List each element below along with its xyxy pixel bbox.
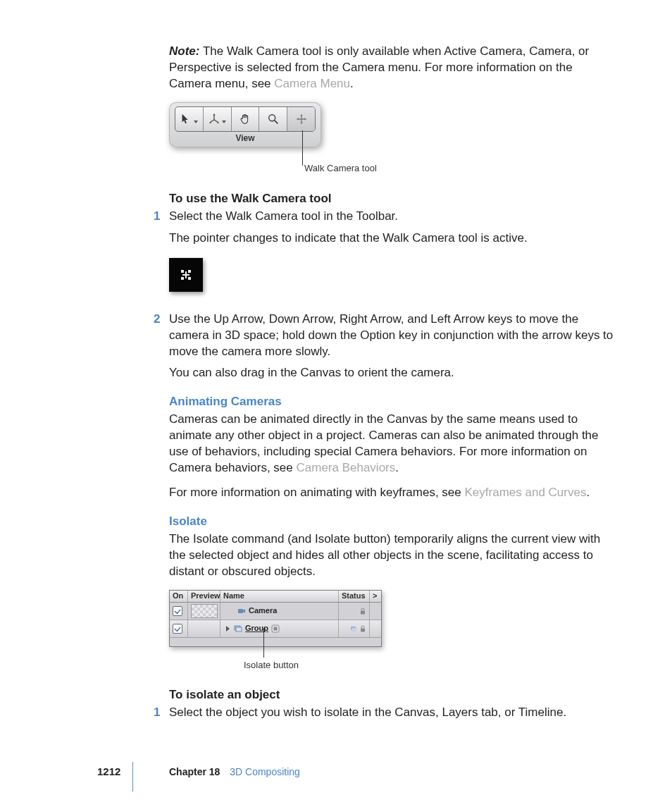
isolate-p1: The Isolate command (and Isolate button)… — [169, 531, 617, 580]
walk-camera-icon — [295, 113, 308, 125]
isolate-button-callout: Isolate button — [244, 659, 299, 672]
axis-tool-button[interactable] — [204, 107, 232, 131]
col-name: Name — [220, 591, 339, 602]
keyframes-curves-link[interactable]: Keyframes and Curves — [465, 486, 587, 499]
table-row[interactable]: Camera — [170, 603, 381, 620]
layers-header: On Preview Name Status > — [170, 591, 381, 603]
step-2-text: Use the Up Arrow, Down Arrow, Right Arro… — [169, 312, 613, 358]
chapter-title: 3D Compositing — [230, 766, 300, 777]
note-text: The Walk Camera tool is only available w… — [169, 44, 589, 90]
svg-rect-8 — [238, 609, 243, 613]
table-row[interactable]: Group — [170, 620, 381, 638]
toolbar-panel: View — [169, 102, 321, 147]
select-tool-button[interactable] — [175, 107, 204, 131]
step-number: 1 — [154, 209, 160, 225]
chapter-label: Chapter 18 3D Compositing — [169, 765, 300, 779]
toolbar-view-label: View — [169, 133, 321, 144]
row-group-name: Group — [245, 623, 268, 634]
svg-rect-7 — [182, 274, 189, 276]
arrow-cursor-icon — [180, 113, 192, 125]
layers-panel: On Preview Name Status > Camera — [169, 590, 382, 647]
footer-rule — [132, 762, 133, 791]
lock-icon[interactable] — [359, 608, 366, 615]
chevron-down-icon — [222, 121, 226, 123]
callout-line — [263, 628, 264, 658]
note-label: Note: — [169, 44, 199, 58]
walk-camera-callout: Walk Camera tool — [304, 162, 377, 175]
svg-rect-3 — [188, 270, 191, 273]
svg-rect-9 — [361, 610, 365, 614]
walk-camera-cursor-figure — [169, 258, 203, 292]
zoom-tool-button[interactable] — [259, 107, 287, 131]
lock-icon[interactable] — [359, 625, 366, 632]
isolate-step-1-text: Select the object you wish to isolate in… — [169, 706, 566, 719]
animating-p1: Cameras can be animated directly in the … — [169, 412, 617, 476]
chevron-down-icon — [194, 121, 198, 123]
svg-point-0 — [268, 115, 275, 121]
step-number: 1 — [154, 705, 160, 721]
svg-rect-4 — [181, 277, 184, 280]
svg-rect-13 — [274, 627, 278, 630]
walk-camera-tool-button[interactable] — [287, 107, 315, 131]
step-2-sub: You can also drag in the Canvas to orien… — [169, 365, 617, 381]
toolbar-figure: View Walk Camera tool — [169, 102, 617, 180]
isolate-step-1: 1 Select the object you wish to isolate … — [169, 705, 617, 721]
step-1: 1 Select the Walk Camera tool in the Too… — [169, 209, 617, 225]
page: Note: The Walk Camera tool is only avail… — [0, 0, 672, 807]
walk-cursor-icon — [178, 267, 194, 283]
col-preview: Preview — [188, 591, 220, 602]
checkbox-on[interactable] — [173, 606, 182, 616]
camera-behaviors-link[interactable]: Camera Behaviors — [296, 461, 395, 474]
camera-icon — [237, 607, 246, 615]
svg-rect-2 — [181, 270, 184, 273]
row-camera-name: Camera — [249, 605, 277, 616]
camera-menu-link[interactable]: Camera Menu — [274, 77, 350, 90]
svg-rect-11 — [236, 627, 242, 632]
col-expand[interactable]: > — [370, 591, 381, 602]
col-on: On — [170, 591, 188, 602]
col-status: Status — [339, 591, 370, 602]
svg-rect-15 — [352, 628, 357, 632]
axis-icon — [208, 113, 220, 125]
step-number: 2 — [154, 312, 160, 328]
page-number: 1212 — [97, 765, 120, 779]
note-paragraph: Note: The Walk Camera tool is only avail… — [169, 44, 617, 92]
walk-camera-heading: To use the Walk Camera tool — [169, 191, 617, 207]
svg-rect-16 — [361, 628, 365, 632]
hand-icon — [239, 113, 251, 125]
isolate-heading: Isolate — [169, 514, 617, 530]
checkbox-on[interactable] — [173, 624, 182, 634]
layers-figure: On Preview Name Status > Camera — [169, 590, 617, 674]
callout-line — [302, 130, 303, 166]
step-1-text: Select the Walk Camera tool in the Toolb… — [169, 209, 398, 223]
step-2: 2 Use the Up Arrow, Down Arrow, Right Ar… — [169, 312, 617, 360]
animating-p2: For more information on animating with k… — [169, 485, 617, 501]
isolate-button[interactable] — [271, 624, 280, 633]
layers-icon — [234, 624, 242, 633]
preview-thumb — [191, 604, 218, 618]
isolate-object-heading: To isolate an object — [169, 687, 617, 703]
stack-icon[interactable] — [350, 625, 357, 632]
svg-line-1 — [275, 121, 278, 124]
pan-tool-button[interactable] — [232, 107, 260, 131]
magnifier-icon — [267, 113, 280, 125]
step-1-sub: The pointer changes to indicate that the… — [169, 230, 617, 247]
svg-rect-5 — [188, 277, 191, 280]
note-after: . — [350, 77, 354, 90]
disclosure-triangle-icon[interactable] — [226, 626, 230, 632]
animating-cameras-heading: Animating Cameras — [169, 394, 617, 410]
